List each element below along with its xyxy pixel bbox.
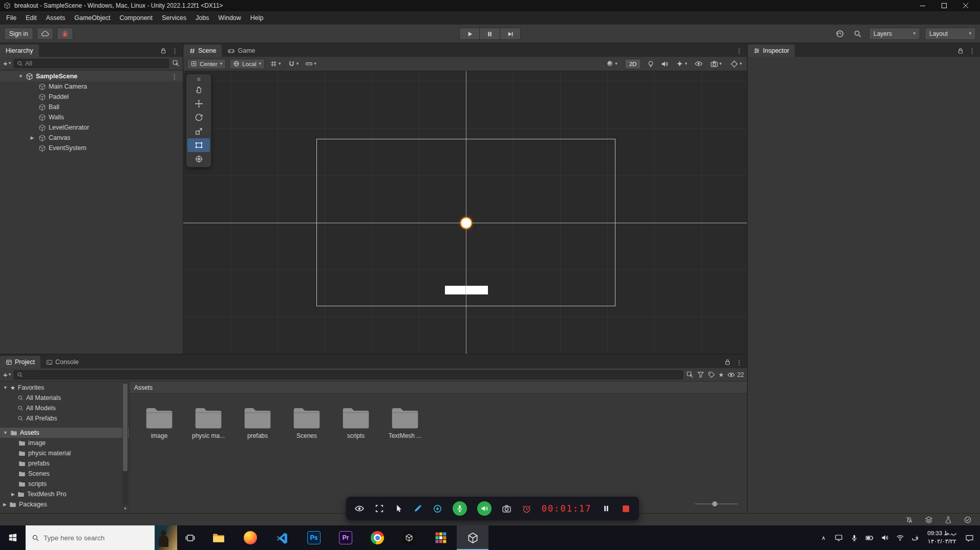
- transform-tool[interactable]: [187, 152, 210, 166]
- foldout-closed-icon[interactable]: ▶: [11, 492, 15, 497]
- cloud-services-button[interactable]: [37, 28, 53, 40]
- increment-snap-dropdown[interactable]: ▾: [304, 60, 318, 68]
- asset-folder-textmesh-pro[interactable]: TextMesh ...: [380, 406, 430, 439]
- asset-folder-scripts[interactable]: scripts: [331, 406, 380, 439]
- hierarchy-search[interactable]: [14, 59, 169, 68]
- tab-project[interactable]: Project: [0, 356, 40, 368]
- notification-center-button[interactable]: [964, 530, 975, 546]
- recorder-schedule-button[interactable]: [522, 504, 531, 514]
- tree-folder-prefabs[interactable]: prefabs: [0, 458, 129, 469]
- search-by-type-icon[interactable]: [697, 371, 705, 378]
- recorder-cursor-button[interactable]: [394, 504, 403, 513]
- hidden-packages-toggle[interactable]: 22: [727, 371, 744, 379]
- global-search-button[interactable]: [851, 28, 864, 40]
- start-button[interactable]: [0, 525, 26, 550]
- rotate-tool[interactable]: [187, 111, 210, 124]
- project-search-input[interactable]: [25, 371, 680, 378]
- favorites-row[interactable]: ▼★Favorites: [0, 383, 129, 393]
- foldout-closed-icon[interactable]: ▶: [3, 502, 7, 507]
- volume-tray-icon[interactable]: [879, 530, 890, 546]
- grid-snapping-dropdown[interactable]: ▾: [286, 60, 301, 68]
- slider-knob[interactable]: [712, 501, 717, 506]
- hierarchy-item-paddel[interactable]: Paddel: [0, 92, 183, 102]
- rect-tool[interactable]: [187, 138, 210, 152]
- scrollbar-thumb[interactable]: [123, 384, 127, 471]
- recorder-microphone-button[interactable]: [453, 501, 467, 516]
- step-button[interactable]: [500, 28, 521, 40]
- asset-folder-physic-material[interactable]: physic ma...: [184, 406, 233, 439]
- effects-dropdown[interactable]: ▾: [674, 60, 689, 68]
- taskbar-search[interactable]: [26, 525, 177, 550]
- undo-history-button[interactable]: [833, 28, 846, 40]
- menu-assets[interactable]: Assets: [41, 11, 70, 25]
- maximize-button[interactable]: [933, 0, 955, 11]
- view-hand-tool[interactable]: [187, 83, 210, 97]
- kebab-menu-icon[interactable]: ⋮: [736, 48, 742, 54]
- hierarchy-item-eventsystem[interactable]: EventSystem: [0, 143, 183, 153]
- taskbar-search-input[interactable]: [44, 534, 151, 542]
- scroll-down-icon[interactable]: ▼: [122, 506, 128, 512]
- tree-folder-scripts[interactable]: scripts: [0, 479, 129, 489]
- pause-button[interactable]: [480, 28, 500, 40]
- hierarchy-item-canvas[interactable]: ▶Canvas: [0, 133, 183, 143]
- menu-jobs[interactable]: Jobs: [191, 11, 214, 25]
- lock-icon[interactable]: [724, 358, 731, 366]
- unity-hub-button[interactable]: [393, 525, 425, 550]
- tab-game[interactable]: Game: [222, 45, 261, 57]
- hierarchy-item-main-camera[interactable]: Main Camera: [0, 81, 183, 92]
- scene-visibility-toggle[interactable]: [694, 59, 703, 68]
- favorite-all-models[interactable]: All Models: [0, 403, 129, 413]
- photoshop-button[interactable]: Ps: [298, 525, 330, 550]
- asset-folder-image[interactable]: image: [135, 406, 184, 439]
- display-tray-icon[interactable]: [833, 530, 844, 546]
- bug-report-button[interactable]: [57, 28, 73, 40]
- tree-folder-physic-material[interactable]: physic material: [0, 448, 129, 458]
- favorite-all-materials[interactable]: All Materials: [0, 393, 129, 403]
- network-tray-icon[interactable]: [894, 530, 906, 546]
- packages-row[interactable]: ▶Packages: [0, 499, 129, 510]
- foldout-closed-icon[interactable]: ▶: [31, 136, 34, 140]
- task-view-button[interactable]: [177, 525, 203, 550]
- file-explorer-button[interactable]: [203, 525, 235, 550]
- minimize-button[interactable]: [912, 0, 933, 11]
- tab-console[interactable]: Console: [40, 356, 84, 368]
- recorder-fullscreen-button[interactable]: [375, 504, 384, 513]
- asset-folder-prefabs[interactable]: prefabs: [233, 406, 282, 439]
- firefox-button[interactable]: [235, 525, 266, 550]
- recorder-speaker-button[interactable]: [477, 501, 492, 516]
- background-tasks-icon[interactable]: [944, 516, 952, 524]
- scene-audio-toggle[interactable]: [661, 60, 669, 68]
- tool-handle-rotation-dropdown[interactable]: Local ▾: [229, 59, 265, 69]
- menu-gameobject[interactable]: GameObject: [70, 11, 115, 25]
- tree-folder-image[interactable]: image: [0, 438, 129, 448]
- kebab-menu-icon[interactable]: ⋮: [172, 48, 178, 54]
- search-in-icon[interactable]: [686, 371, 694, 378]
- recorder-stop-button[interactable]: [621, 504, 631, 514]
- search-by-label-icon[interactable]: [708, 371, 715, 378]
- tab-scene[interactable]: Scene: [183, 45, 222, 57]
- foldout-open-icon[interactable]: ▼: [3, 386, 8, 390]
- hierarchy-item-walls[interactable]: Walls: [0, 112, 183, 122]
- lock-icon[interactable]: [160, 47, 167, 54]
- saved-search-star-icon[interactable]: ★: [718, 371, 724, 378]
- tab-hierarchy[interactable]: Hierarchy: [0, 45, 39, 57]
- tool-handle-position-dropdown[interactable]: Center ▾: [187, 59, 226, 69]
- close-button[interactable]: [955, 0, 976, 11]
- foldout-open-icon[interactable]: ▼: [3, 431, 8, 435]
- language-indicator[interactable]: ف: [910, 530, 920, 546]
- grid-visibility-dropdown[interactable]: ▾: [268, 60, 283, 68]
- project-search[interactable]: [14, 370, 683, 379]
- hierarchy-search-input[interactable]: [25, 60, 166, 67]
- foldout-open-icon[interactable]: ▼: [18, 74, 23, 79]
- hierarchy-item-ball[interactable]: Ball: [0, 102, 183, 112]
- recorder-pause-button[interactable]: [602, 504, 611, 513]
- play-button[interactable]: [459, 28, 480, 40]
- scene-kebab-icon[interactable]: ⋮: [171, 73, 183, 80]
- sign-in-button[interactable]: Sign in: [4, 28, 33, 40]
- search-highlight-image[interactable]: [155, 525, 177, 550]
- assets-root-row[interactable]: ▼Assets: [0, 428, 129, 438]
- menu-edit[interactable]: Edit: [21, 11, 41, 25]
- scale-tool[interactable]: [187, 124, 210, 138]
- camera-settings-dropdown[interactable]: ▾: [709, 60, 723, 68]
- notifications-muted-icon[interactable]: [905, 516, 913, 524]
